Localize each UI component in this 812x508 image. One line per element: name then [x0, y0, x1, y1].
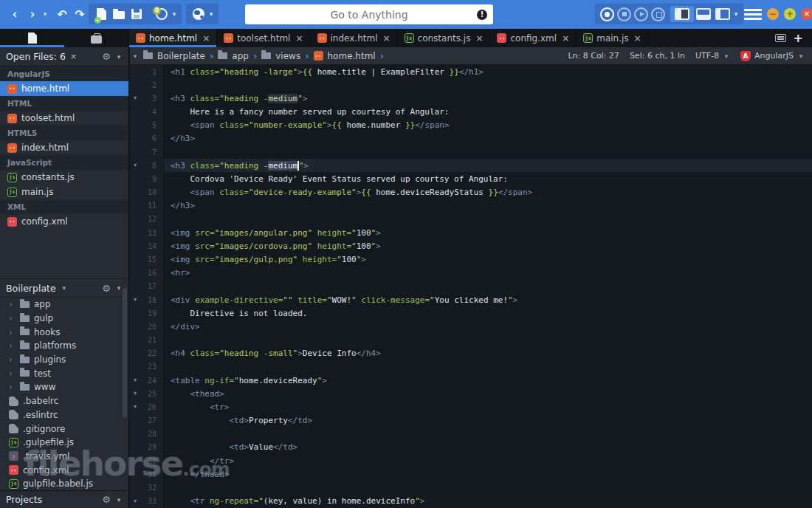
code-line[interactable]: 30 </tr> — [130, 454, 812, 467]
editor-tab[interactable]: jsmain.js× — [577, 29, 648, 47]
code-line[interactable]: ▼18<div example-directive="" title="WOW!… — [130, 293, 812, 306]
places-item[interactable]: .gitignore — [0, 422, 128, 436]
close-icon[interactable]: × — [475, 33, 483, 44]
places-title[interactable]: Boilerplate — [6, 283, 56, 294]
maximize-button[interactable]: + — [784, 8, 796, 20]
code-line[interactable]: 12 — [130, 213, 812, 226]
browser-preview-dropdown-icon[interactable]: ▾ — [207, 10, 215, 18]
places-item[interactable]: ›platforms — [0, 339, 128, 353]
places-item[interactable]: js.gulpefile.js — [0, 436, 128, 450]
close-icon[interactable]: × — [562, 33, 569, 44]
places-item[interactable]: ›app — [0, 298, 128, 312]
go-to-anything-box[interactable]: ! — [245, 4, 493, 24]
play-macro-button[interactable] — [634, 7, 648, 21]
code-line[interactable]: 1<h1 class="heading -large">{{ home.titl… — [130, 65, 812, 78]
open-file-item[interactable]: ‹›config.xml — [0, 214, 128, 229]
undo-button[interactable]: ↶ — [53, 4, 71, 24]
open-file-item[interactable]: jsconstants.js — [0, 170, 128, 185]
new-tab-button[interactable]: + — [794, 31, 803, 45]
save-macro-button[interactable] — [651, 7, 665, 21]
gear-icon[interactable]: ⚙ — [102, 51, 111, 62]
editor-tab[interactable]: ‹›config.xml× — [490, 29, 577, 47]
pane-layout-dropdown-icon[interactable]: ▾ — [732, 10, 740, 18]
code-line[interactable]: 27 <td>Property</td> — [130, 413, 812, 427]
places-item[interactable]: .eslintrc — [0, 408, 128, 422]
tree-expander-icon[interactable]: › — [9, 340, 16, 351]
editor-tab[interactable]: jsconstants.js× — [398, 29, 491, 47]
places-item[interactable]: ›gulp — [0, 312, 128, 326]
breadcrumb-item[interactable]: views — [261, 51, 300, 61]
encoding-status[interactable]: UTF-8 — [695, 51, 719, 61]
code-editor[interactable]: 1<h1 class="heading -large">{{ home.titl… — [130, 65, 812, 508]
record-macro-button[interactable] — [600, 7, 614, 21]
code-line[interactable]: 11</h3> — [130, 199, 812, 213]
tree-expander-icon[interactable]: › — [9, 354, 16, 365]
notifications-dropdown-icon[interactable]: ▾ — [171, 10, 178, 18]
code-line[interactable]: ▼8<h3 class="heading -medium"> — [130, 159, 812, 172]
code-line[interactable]: 20</div> — [130, 320, 812, 333]
places-item[interactable]: ›www — [0, 380, 128, 394]
open-file-item[interactable]: jsmain.js — [0, 185, 128, 199]
open-file-item[interactable]: ‹›index.html — [0, 140, 128, 155]
code-line[interactable]: 10 <span class="device-ready-example">{{… — [130, 186, 812, 199]
go-to-anything-input[interactable] — [266, 9, 472, 21]
places-item[interactable]: ‹›config.xml — [0, 463, 128, 477]
fold-marker-icon[interactable]: ▼ — [130, 498, 140, 504]
breadcrumb-item[interactable]: Boilerplate — [143, 51, 205, 61]
line-col-status[interactable]: Ln: 8 Col: 27 — [568, 51, 619, 61]
tree-expander-icon[interactable]: › — [9, 327, 16, 337]
fold-marker-icon[interactable]: ▼ — [130, 162, 140, 168]
projects-footer[interactable]: Projects ⚙ ▾ — [0, 490, 128, 508]
language-status[interactable]: AngularJS — [754, 51, 794, 61]
gear-icon[interactable]: ⚙ — [102, 283, 111, 294]
places-item[interactable]: jsgulpfile.babel.js — [0, 477, 128, 491]
code-line[interactable]: ▼25 <thead> — [130, 387, 812, 400]
fold-marker-icon[interactable]: ▼ — [130, 95, 140, 101]
code-line[interactable]: 17 — [130, 280, 812, 293]
open-file-button[interactable] — [110, 4, 128, 24]
files-panel-tab[interactable] — [0, 29, 64, 47]
tree-expander-icon[interactable]: › — [9, 313, 16, 323]
info-icon[interactable]: ! — [477, 10, 487, 20]
breadcrumb-item[interactable]: app — [218, 51, 249, 61]
forward-button[interactable]: › — [24, 4, 41, 24]
code-line[interactable]: 19 Directive is not loaded. — [130, 306, 812, 320]
chevron-down-icon[interactable]: ▾ — [115, 496, 123, 504]
code-line[interactable]: 23 — [130, 360, 812, 374]
code-line[interactable]: 28 — [130, 428, 812, 441]
code-line[interactable]: 2 — [130, 78, 812, 92]
toggle-right-pane-button[interactable] — [715, 8, 730, 20]
code-line[interactable]: 5 <span class="number-example">{{ home.n… — [130, 119, 812, 132]
code-line[interactable]: 15<img src="images/gulp.png" height="100… — [130, 253, 812, 266]
fold-marker-icon[interactable]: ▼ — [130, 404, 140, 410]
fold-marker-icon[interactable]: ▼ — [130, 391, 140, 397]
close-icon[interactable]: × — [202, 33, 210, 44]
chevron-down-icon[interactable]: ▾ — [61, 284, 68, 292]
tree-expander-icon[interactable]: › — [9, 368, 16, 379]
history-dropdown-icon[interactable]: ▾ — [41, 10, 49, 18]
code-line[interactable]: 22<h4 class="heading -small">Device Info… — [130, 347, 812, 360]
editor-tab[interactable]: ‹›home.html× — [129, 29, 217, 47]
open-file-item[interactable]: ‹›home.html — [0, 81, 128, 96]
editor-tab[interactable]: ‹›index.html× — [311, 29, 398, 47]
browser-preview-button[interactable] — [190, 4, 207, 24]
fold-marker-icon[interactable]: ▼ — [130, 377, 140, 383]
open-file-item[interactable]: ‹›toolset.html — [0, 111, 128, 126]
close-window-button[interactable]: × — [801, 8, 812, 20]
code-line[interactable]: 31 </thead> — [130, 467, 812, 481]
places-item[interactable]: y.travis.yml — [0, 450, 128, 464]
new-file-button[interactable] — [92, 4, 110, 24]
minimize-button[interactable]: − — [767, 8, 779, 20]
close-icon[interactable]: × — [634, 33, 641, 44]
toolbox-panel-tab[interactable] — [64, 29, 128, 47]
breadcrumb-dropdown-icon[interactable]: ▾ — [131, 52, 139, 60]
menu-button[interactable] — [744, 8, 762, 20]
chevron-down-icon[interactable]: ▾ — [115, 284, 123, 292]
code-line[interactable]: 9 Cordova 'Device Ready' Event Status se… — [130, 172, 812, 185]
code-line[interactable]: 4 Here is a fancy number served up court… — [130, 106, 812, 119]
breadcrumb-item[interactable]: ‹›home.html — [314, 51, 376, 61]
notifications-button[interactable]: 0 — [153, 4, 171, 24]
chevron-down-icon[interactable]: ▾ — [723, 52, 730, 60]
code-line[interactable]: ▼3<h3 class="heading -medium"> — [130, 92, 812, 105]
code-line[interactable]: ▼24<table ng-if="home.deviceReady"> — [130, 374, 812, 387]
